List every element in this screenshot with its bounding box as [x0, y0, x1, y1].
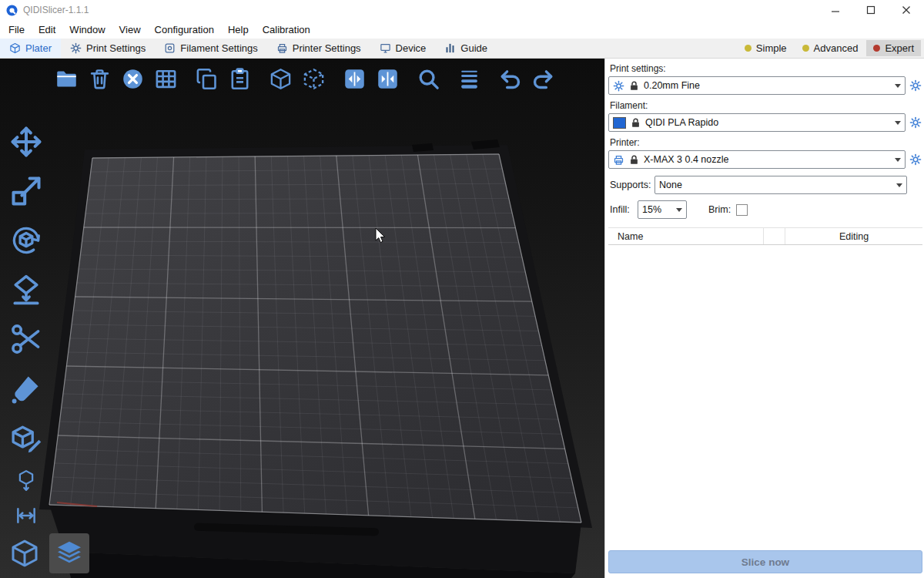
lock-icon: [628, 154, 640, 166]
emboss-tool-button[interactable]: [5, 418, 47, 458]
variable-layer-height-button[interactable]: [454, 63, 484, 94]
tab-print-settings-label: Print Settings: [86, 42, 146, 54]
object-list[interactable]: [608, 245, 922, 550]
advanced-mode-dot-icon: [802, 45, 809, 52]
filament-value: QIDI PLA Rapido: [645, 117, 887, 128]
move-icon: [9, 125, 43, 159]
mode-switcher: Simple Advanced Expert: [738, 39, 924, 58]
3d-viewport[interactable]: [0, 59, 604, 578]
filament-color-swatch: [613, 117, 626, 129]
plater-tab-icon: [9, 42, 21, 54]
menu-edit[interactable]: Edit: [32, 24, 62, 35]
tab-filament-settings-label: Filament Settings: [180, 42, 257, 54]
menu-help[interactable]: Help: [221, 24, 256, 35]
brim-checkbox[interactable]: [736, 204, 748, 216]
tab-guide[interactable]: Guide: [435, 39, 497, 58]
open-button[interactable]: [51, 63, 82, 94]
print-settings-tab-icon: [70, 42, 82, 54]
supports-label: Supports:: [610, 180, 654, 190]
printer-settings-tab-icon: [276, 42, 288, 54]
redo-button[interactable]: [527, 63, 558, 94]
printer-gear-button[interactable]: [909, 152, 922, 167]
sink-tool-button[interactable]: [5, 467, 47, 493]
delete-all-button[interactable]: [117, 63, 148, 94]
left-toolbar: [5, 122, 48, 529]
lock-icon: [628, 80, 640, 92]
add-instance-button[interactable]: [265, 63, 296, 94]
slice-now-button[interactable]: Slice now: [608, 550, 922, 573]
preview-view-button[interactable]: [49, 533, 89, 573]
name-column-header: Name: [608, 228, 764, 244]
mode-simple-label: Simple: [756, 42, 787, 54]
app-logo-icon: [6, 5, 18, 16]
supports-combo[interactable]: None: [654, 176, 907, 194]
delete-button[interactable]: [84, 63, 115, 94]
sink-icon: [15, 469, 38, 492]
print-settings-combo[interactable]: 0.20mm Fine: [608, 76, 906, 95]
split-to-objects-button[interactable]: [339, 63, 370, 94]
settings-sidebar: Print settings: 0.20mm Fine Filament: QI…: [604, 59, 924, 578]
scale-tool-button[interactable]: [5, 171, 47, 211]
filament-gear-button[interactable]: [909, 115, 922, 130]
maximize-button[interactable]: [853, 0, 889, 20]
copy-icon: [195, 67, 219, 91]
mode-advanced-label: Advanced: [814, 42, 859, 54]
printer-label: Printer:: [610, 137, 922, 148]
mode-simple[interactable]: Simple: [738, 40, 794, 56]
minimize-button[interactable]: [818, 0, 853, 20]
editor-view-button[interactable]: [5, 533, 45, 573]
copy-button[interactable]: [191, 63, 222, 94]
paste-button[interactable]: [224, 63, 255, 94]
tab-print-settings[interactable]: Print Settings: [61, 39, 155, 58]
menu-configuration[interactable]: Configuration: [148, 24, 221, 35]
tab-plater[interactable]: Plater: [0, 39, 61, 58]
gear-icon: [909, 116, 922, 129]
gear-icon: [909, 79, 922, 92]
menu-file[interactable]: File: [2, 24, 32, 35]
place-on-face-icon: [9, 273, 43, 307]
filament-label: Filament:: [610, 100, 922, 111]
remove-instance-button[interactable]: [298, 63, 329, 94]
close-button[interactable]: [889, 0, 924, 20]
tab-printer-settings[interactable]: Printer Settings: [267, 39, 370, 58]
undo-button[interactable]: [494, 63, 525, 94]
cut-tool-button[interactable]: [5, 319, 47, 359]
print-settings-value: 0.20mm Fine: [644, 80, 887, 91]
print-settings-gear-button[interactable]: [909, 78, 922, 93]
menu-view[interactable]: View: [112, 24, 148, 35]
mode-advanced[interactable]: Advanced: [795, 40, 865, 56]
tab-device[interactable]: Device: [370, 39, 436, 58]
measure-tool-button[interactable]: [5, 502, 47, 529]
simple-mode-dot-icon: [745, 45, 752, 52]
mode-expert[interactable]: Expert: [866, 40, 921, 56]
tab-filament-settings[interactable]: Filament Settings: [155, 39, 266, 58]
printer-icon: [613, 154, 624, 166]
filament-combo[interactable]: QIDI PLA Rapido: [608, 113, 906, 132]
menu-window[interactable]: Window: [62, 24, 112, 35]
infill-value: 15%: [642, 204, 668, 215]
open-folder-icon: [55, 67, 79, 91]
preview-layers-icon: [54, 538, 85, 569]
search-button[interactable]: [413, 63, 444, 94]
paint-support-button[interactable]: [5, 368, 47, 408]
editor-cube-icon: [9, 538, 40, 569]
place-on-face-button[interactable]: [5, 270, 47, 310]
window-controls: [818, 0, 924, 20]
editing-column-header: Editing: [785, 228, 922, 244]
rotate-tool-button[interactable]: [5, 220, 47, 260]
tab-bar: Plater Print Settings Filament Settings …: [0, 39, 924, 59]
move-tool-button[interactable]: [5, 122, 47, 162]
print-settings-label: Print settings:: [610, 63, 922, 74]
guide-tab-icon: [444, 42, 456, 54]
menu-calibration[interactable]: Calibration: [256, 24, 317, 35]
expert-mode-dot-icon: [873, 45, 880, 52]
tab-plater-label: Plater: [25, 42, 52, 54]
printer-combo[interactable]: X-MAX 3 0.4 nozzle: [608, 150, 906, 169]
infill-combo[interactable]: 15%: [638, 200, 687, 219]
filament-settings-tab-icon: [164, 42, 176, 54]
arrange-button[interactable]: [150, 63, 181, 94]
top-toolbar: [51, 63, 558, 94]
split-to-parts-button[interactable]: [372, 63, 403, 94]
preset-gear-icon: [613, 80, 624, 92]
infill-label: Infill:: [610, 204, 638, 215]
